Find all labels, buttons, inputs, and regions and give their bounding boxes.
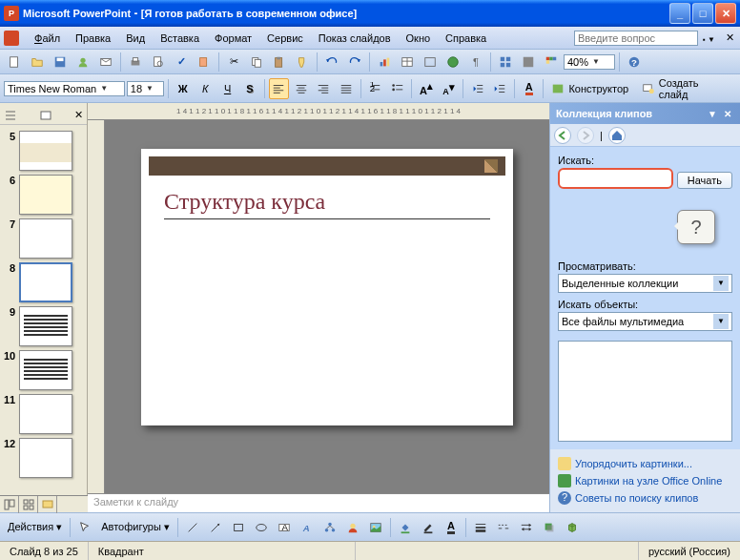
- diagram-button[interactable]: [319, 517, 340, 538]
- bold-button[interactable]: Ж: [173, 78, 193, 99]
- thumbnail[interactable]: 7: [0, 217, 87, 260]
- menu-insert[interactable]: Вставка: [153, 30, 207, 47]
- actions-menu[interactable]: Действия ▾: [4, 521, 66, 533]
- outline-tab[interactable]: [4, 109, 17, 122]
- decrease-indent-button[interactable]: [467, 78, 487, 99]
- format-painter-button[interactable]: [292, 52, 313, 73]
- notes-pane[interactable]: Заметки к слайду: [88, 493, 549, 512]
- oval-button[interactable]: [251, 517, 272, 538]
- thumbnail-current[interactable]: 8: [0, 260, 87, 304]
- select-button[interactable]: [74, 517, 95, 538]
- increase-font-button[interactable]: A▴: [416, 78, 436, 99]
- chart-button[interactable]: [374, 52, 395, 73]
- size-combo[interactable]: 18▼: [127, 81, 164, 96]
- rectangle-button[interactable]: [228, 517, 249, 538]
- design-button[interactable]: Конструктор: [547, 78, 636, 99]
- search-tips-link[interactable]: ?Советы по поиску клипов: [558, 489, 732, 507]
- print-button[interactable]: [125, 52, 146, 73]
- tables-borders-button[interactable]: [420, 52, 441, 73]
- distributed-button[interactable]: [336, 78, 356, 99]
- doc-close-button[interactable]: ✕: [723, 31, 736, 45]
- dash-style-button[interactable]: [493, 517, 514, 538]
- nav-back-button[interactable]: [554, 127, 571, 144]
- menu-slideshow[interactable]: Показ слайдов: [311, 30, 399, 47]
- search-go-button[interactable]: Начать: [677, 172, 732, 189]
- slide-canvas-area[interactable]: Структура курса: [105, 120, 549, 493]
- line-button[interactable]: [182, 517, 203, 538]
- email-button[interactable]: [95, 52, 116, 73]
- normal-view-button[interactable]: [0, 496, 19, 513]
- align-center-button[interactable]: [291, 78, 311, 99]
- nav-forward-button[interactable]: [577, 127, 594, 144]
- slides-tab[interactable]: [39, 109, 52, 122]
- redo-button[interactable]: [344, 52, 365, 73]
- slideshow-view-button[interactable]: [38, 496, 57, 513]
- shadow-style-button[interactable]: [539, 517, 560, 538]
- sorter-view-button[interactable]: [19, 496, 38, 513]
- bullets-button[interactable]: [387, 78, 407, 99]
- font-color-button[interactable]: A: [519, 78, 539, 99]
- shadow-button[interactable]: S: [239, 78, 259, 99]
- thumbnail[interactable]: 5: [0, 129, 87, 173]
- 3d-style-button[interactable]: [562, 517, 583, 538]
- font-color-button-2[interactable]: A: [441, 517, 462, 538]
- textbox-button[interactable]: A: [274, 517, 295, 538]
- help-search[interactable]: ▪ ▼: [574, 31, 717, 46]
- picture-button[interactable]: [365, 517, 386, 538]
- clipart-search-input[interactable]: [558, 168, 673, 189]
- preview-button[interactable]: [148, 52, 169, 73]
- research-button[interactable]: [194, 52, 215, 73]
- copy-button[interactable]: [246, 52, 267, 73]
- show-formatting-button[interactable]: [495, 52, 516, 73]
- new-slide-button[interactable]: Создать слайд: [638, 78, 736, 99]
- cut-button[interactable]: ✂: [223, 52, 244, 73]
- spelling-button[interactable]: ✓: [171, 52, 192, 73]
- thumbnail[interactable]: 11: [0, 392, 87, 436]
- thumbnail[interactable]: 6: [0, 173, 87, 217]
- save-button[interactable]: [50, 52, 71, 73]
- thumbnails-close[interactable]: ✕: [74, 109, 83, 122]
- hyperlink-button[interactable]: [442, 52, 463, 73]
- fill-color-button[interactable]: [395, 517, 416, 538]
- underline-button[interactable]: Ч: [217, 78, 237, 99]
- close-button[interactable]: ✕: [715, 3, 736, 24]
- taskpane-close-button[interactable]: ✕: [721, 107, 734, 120]
- autoshapes-menu[interactable]: Автофигуры ▾: [97, 521, 174, 533]
- line-style-button[interactable]: [470, 517, 491, 538]
- types-select[interactable]: Все файлы мультимедиа▼: [558, 312, 732, 331]
- grid-button[interactable]: [518, 52, 539, 73]
- menu-file[interactable]: Файл: [27, 30, 68, 47]
- menu-view[interactable]: Вид: [118, 30, 153, 47]
- clipart-button[interactable]: [342, 517, 363, 538]
- browse-select[interactable]: Выделенные коллекции▼: [558, 274, 732, 293]
- thumbnail[interactable]: 9: [0, 304, 87, 348]
- menu-tools[interactable]: Сервис: [259, 30, 311, 47]
- permission-button[interactable]: [72, 52, 93, 73]
- table-button[interactable]: [397, 52, 418, 73]
- menu-edit[interactable]: Правка: [68, 30, 118, 47]
- organize-clips-link[interactable]: Упорядочить картинки...: [558, 455, 732, 472]
- menu-window[interactable]: Окно: [399, 30, 439, 47]
- decrease-font-button[interactable]: A▾: [439, 78, 459, 99]
- line-color-button[interactable]: [418, 517, 439, 538]
- slide-canvas[interactable]: Структура курса: [141, 149, 513, 425]
- increase-indent-button[interactable]: [490, 78, 510, 99]
- slide-title-text[interactable]: Структура курса: [164, 189, 490, 219]
- ruler-vertical[interactable]: [88, 120, 105, 493]
- maximize-button[interactable]: □: [692, 3, 713, 24]
- minimize-button[interactable]: _: [669, 3, 690, 24]
- wordart-button[interactable]: A: [297, 517, 318, 538]
- help-search-input[interactable]: [574, 31, 698, 46]
- arrow-button[interactable]: [205, 517, 226, 538]
- align-left-button[interactable]: [269, 78, 289, 99]
- zoom-combo[interactable]: 40%▼: [564, 54, 615, 70]
- expand-button[interactable]: ¶: [465, 52, 486, 73]
- thumbnail[interactable]: 12: [0, 436, 87, 480]
- font-combo[interactable]: Times New Roman▼: [4, 81, 125, 96]
- numbering-button[interactable]: 12: [364, 78, 384, 99]
- ruler-horizontal[interactable]: 1 4 1 1 2 1 1 0 1 1 8 1 1 6 1 1 4 1 1 2 …: [88, 103, 549, 120]
- menu-help[interactable]: Справка: [438, 30, 494, 47]
- italic-button[interactable]: К: [195, 78, 215, 99]
- color-button[interactable]: [541, 52, 562, 73]
- align-right-button[interactable]: [314, 78, 334, 99]
